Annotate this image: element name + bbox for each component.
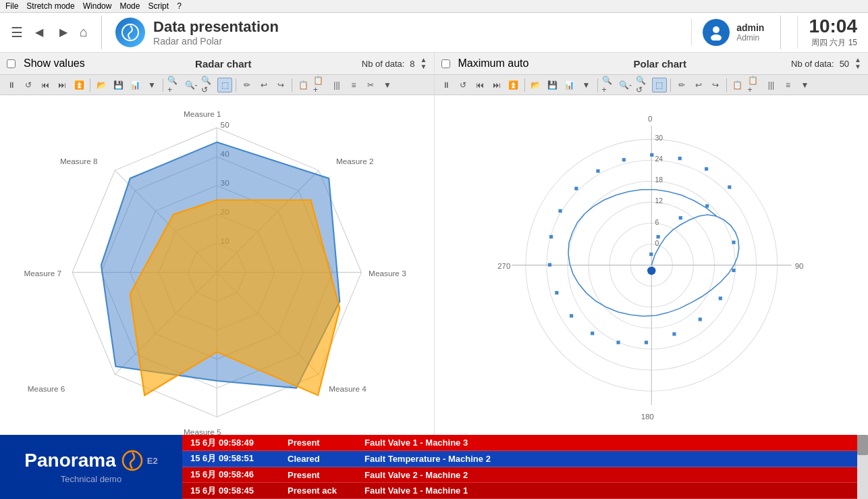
tb-zoom-in[interactable]: 🔍+ — [167, 78, 182, 93]
svg-text:Measure 7: Measure 7 — [24, 269, 61, 278]
alarm-row[interactable]: 15 6月 09:58:51 Cleared Fault Temperature… — [182, 451, 857, 467]
charts-area: Show values Radar chart Nb of data: 8 ▲ … — [0, 53, 868, 435]
menu-stretch[interactable]: Stretch mode — [26, 1, 74, 11]
radar-header: Show values Radar chart Nb of data: 8 ▲ … — [0, 53, 434, 75]
tb-next[interactable]: ⏭ — [55, 78, 70, 93]
show-values-checkbox[interactable] — [7, 59, 16, 68]
ptb-zoom-reset[interactable]: 🔍↺ — [635, 78, 650, 93]
svg-rect-63 — [547, 263, 551, 267]
tb-cut[interactable]: ✂ — [363, 78, 378, 93]
tb-zoom-reset[interactable]: 🔍↺ — [200, 78, 215, 93]
tb-zoom-out[interactable]: 🔍- — [184, 78, 198, 93]
ptb-zoom-in[interactable]: 🔍+ — [601, 78, 616, 93]
maximum-auto-checkbox[interactable] — [441, 59, 450, 68]
ptb-refresh[interactable]: ↺ — [456, 78, 470, 93]
polar-title: Polar chart — [534, 58, 786, 70]
tb-pause[interactable]: ⏸ — [4, 78, 19, 93]
alarm-row[interactable]: 15 6月 09:58:49 Present Fault Valve 1 - M… — [182, 435, 857, 451]
alarm-status-3: Present ack — [288, 485, 348, 496]
tb-open[interactable]: 📂 — [94, 78, 109, 93]
tb-select[interactable]: ⬚ — [217, 78, 232, 93]
alarm-scrollbar[interactable] — [857, 435, 868, 499]
ptb-prev[interactable]: ⏮ — [472, 78, 487, 93]
page-subtitle: Radar and Polar — [153, 36, 279, 47]
header: ☰ ◀ ▶ ⌂ Data presentation Radar and Pola… — [0, 13, 868, 53]
ptb-undo[interactable]: ↩ — [691, 78, 706, 93]
tb-bars[interactable]: ||| — [329, 78, 344, 93]
ptb-edit1[interactable]: ✏ — [674, 78, 689, 93]
tb-copy[interactable]: 📋 — [296, 78, 310, 93]
tb-prev[interactable]: ⏮ — [38, 78, 53, 93]
polar-spinner[interactable]: ▲ ▼ — [855, 57, 861, 70]
menu-file[interactable]: File — [5, 1, 18, 11]
svg-rect-54 — [732, 269, 735, 272]
ptb-open[interactable]: 📂 — [528, 78, 543, 93]
radar-canvas: 50 40 30 20 10 Measure 1 Measure 2 Measu… — [0, 95, 434, 435]
svg-text:18: 18 — [655, 176, 663, 184]
ptb-eject[interactable]: ⏫ — [506, 78, 521, 93]
ptb-chart[interactable]: 📊 — [562, 78, 577, 93]
ptb-next[interactable]: ⏭ — [489, 78, 504, 93]
polar-canvas: 90 180 270 0 30 24 18 12 6 0 — [435, 95, 869, 435]
svg-point-2 — [711, 34, 722, 41]
ptb-down[interactable]: ▼ — [798, 78, 813, 93]
alarm-time-2: 15 6月 09:58:46 — [190, 469, 271, 481]
tb-save[interactable]: 💾 — [111, 78, 126, 93]
home-icon[interactable]: ⌂ — [80, 24, 88, 40]
ptb-copy[interactable]: 📋 — [730, 78, 745, 93]
svg-rect-57 — [672, 332, 676, 336]
svg-text:24: 24 — [655, 155, 663, 163]
menu-script[interactable]: Script — [148, 1, 169, 11]
svg-text:50: 50 — [221, 120, 230, 129]
radar-panel: Show values Radar chart Nb of data: 8 ▲ … — [0, 53, 435, 435]
tb-edit1[interactable]: ✏ — [240, 78, 254, 93]
divider — [101, 16, 102, 49]
ptb-save[interactable]: 💾 — [545, 78, 560, 93]
tb-paste[interactable]: 📋+ — [313, 78, 327, 93]
tb-chart[interactable]: 📊 — [128, 78, 142, 93]
back-button[interactable]: ◀ — [31, 23, 47, 41]
ptb-pause[interactable]: ⏸ — [439, 78, 454, 93]
menu-window[interactable]: Window — [83, 1, 112, 11]
radar-svg: 50 40 30 20 10 Measure 1 Measure 2 Measu… — [0, 95, 434, 435]
tb-eject[interactable]: ⏫ — [72, 78, 86, 93]
ptb-redo[interactable]: ↪ — [708, 78, 723, 93]
svg-rect-68 — [622, 158, 625, 161]
ptb-more[interactable]: ▼ — [579, 78, 594, 93]
ptb-select[interactable]: ⬚ — [652, 78, 667, 93]
menu-help[interactable]: ? — [177, 1, 182, 11]
svg-rect-61 — [570, 314, 573, 317]
radar-spinner[interactable]: ▲ ▼ — [421, 57, 427, 70]
svg-text:90: 90 — [794, 262, 803, 270]
tb-more[interactable]: ▼ — [144, 78, 159, 93]
svg-text:Measure 5: Measure 5 — [184, 427, 221, 435]
tb-lines[interactable]: ≡ — [346, 78, 361, 93]
svg-rect-55 — [718, 296, 722, 300]
page-title-block: Data presentation Radar and Polar — [153, 18, 279, 47]
radar-title: Radar chart — [90, 58, 356, 70]
tb-undo[interactable]: ↩ — [256, 78, 271, 93]
ptb-zoom-out[interactable]: 🔍- — [618, 78, 633, 93]
hamburger-icon[interactable]: ☰ — [11, 24, 23, 41]
tb-redo[interactable]: ↪ — [273, 78, 288, 93]
time-section: 10:04 周四 六月 15 — [797, 16, 857, 49]
tb-refresh[interactable]: ↺ — [21, 78, 36, 93]
forward-button[interactable]: ▶ — [55, 23, 72, 41]
polar-panel: Maximum auto Polar chart Nb of data: 50 … — [435, 53, 869, 435]
svg-rect-60 — [591, 332, 594, 335]
app-logo — [115, 18, 145, 47]
alarm-row[interactable]: 15 6月 09:58:46 Present Fault Valve 2 - M… — [182, 467, 857, 483]
scrollbar-thumb[interactable] — [857, 435, 868, 455]
user-name: admin — [736, 22, 764, 33]
logo-section: Panorama E2 Technical demo — [0, 435, 182, 499]
polar-nb-label: Nb of data: — [791, 59, 834, 69]
svg-rect-52 — [705, 205, 709, 208]
ptb-paste[interactable]: 📋+ — [747, 78, 762, 93]
tb-sep4 — [292, 78, 292, 92]
svg-text:Measure 4: Measure 4 — [329, 384, 367, 393]
ptb-lines[interactable]: ≡ — [781, 78, 796, 93]
ptb-bars[interactable]: ||| — [764, 78, 779, 93]
tb-down[interactable]: ▼ — [380, 78, 395, 93]
menu-mode[interactable]: Mode — [119, 1, 140, 11]
alarm-row[interactable]: 15 6月 09:58:45 Present ack Fault Valve 1… — [182, 483, 857, 499]
